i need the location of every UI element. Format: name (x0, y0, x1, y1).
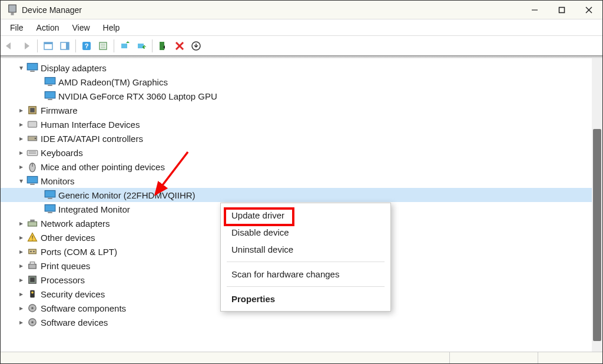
statusbar (1, 352, 602, 363)
chevron-right-icon[interactable]: ▸ (16, 148, 26, 157)
ctx-disable-device[interactable]: Disable device (221, 224, 390, 241)
chevron-right-icon[interactable]: ▸ (16, 247, 26, 256)
svg-rect-26 (45, 92, 55, 98)
uninstall-device-button[interactable] (171, 38, 188, 54)
back-button[interactable] (2, 38, 18, 54)
svg-rect-23 (30, 71, 35, 72)
svg-rect-39 (30, 184, 35, 185)
scan-hardware-button[interactable] (117, 38, 133, 54)
toolbar: ? (1, 36, 602, 56)
monitor-icon (44, 203, 56, 215)
svg-rect-24 (45, 78, 55, 84)
svg-rect-41 (48, 198, 52, 199)
menu-help[interactable]: Help (97, 21, 126, 35)
ctx-update-driver[interactable]: Update driver (221, 207, 390, 224)
svg-point-59 (31, 321, 34, 323)
category-keyboards[interactable]: ▸ Keyboards (1, 145, 592, 160)
close-button[interactable] (575, 1, 602, 19)
chevron-right-icon[interactable]: ▸ (16, 106, 26, 114)
monitor-icon (44, 189, 56, 201)
ctx-separator (227, 262, 385, 262)
properties-button[interactable] (95, 38, 111, 54)
chevron-right-icon[interactable]: ▸ (16, 276, 26, 284)
chevron-right-icon[interactable]: ▸ (16, 318, 26, 326)
gear-icon (26, 302, 38, 314)
svg-point-57 (31, 307, 34, 309)
chevron-right-icon[interactable]: ▸ (16, 163, 26, 171)
svg-text:?: ? (85, 42, 89, 49)
svg-rect-1 (11, 12, 14, 15)
svg-rect-50 (29, 264, 37, 269)
svg-rect-40 (45, 191, 55, 197)
svg-rect-3 (559, 7, 565, 12)
window-controls (521, 1, 602, 19)
svg-rect-43 (48, 212, 52, 213)
menu-file[interactable]: File (4, 21, 29, 35)
chevron-right-icon[interactable]: ▸ (16, 134, 26, 143)
device-manager-icon (6, 4, 18, 16)
network-icon (26, 217, 38, 229)
svg-rect-44 (28, 222, 37, 227)
add-legacy-hardware-button[interactable] (188, 38, 204, 54)
category-hid[interactable]: ▸ Human Interface Devices (1, 117, 592, 131)
menu-view[interactable]: View (66, 21, 95, 35)
svg-rect-30 (28, 121, 37, 127)
show-hide-console-button[interactable] (40, 38, 57, 54)
chevron-down-icon[interactable]: ▾ (16, 64, 26, 72)
chevron-down-icon[interactable]: ▾ (16, 177, 26, 185)
printer-icon (26, 260, 38, 272)
chevron-right-icon[interactable]: ▸ (16, 233, 26, 241)
chevron-right-icon[interactable]: ▸ (16, 262, 26, 270)
device-generic-monitor[interactable]: ▸ Generic Monitor (22FHDMVQIIHR) (1, 188, 592, 202)
update-driver-button[interactable] (133, 38, 150, 54)
storage-icon (26, 133, 38, 144)
hid-icon (26, 118, 38, 130)
ctx-scan-hardware[interactable]: Scan for hardware changes (221, 266, 390, 283)
svg-rect-51 (30, 262, 35, 264)
category-monitors[interactable]: ▾ Monitors (1, 174, 592, 188)
svg-rect-25 (48, 85, 52, 86)
scroll-thumb[interactable] (593, 129, 601, 341)
display-icon (26, 62, 38, 74)
category-firmware[interactable]: ▸ Firmware (1, 103, 592, 117)
cpu-icon (26, 274, 38, 286)
device-nvidia-rtx3060[interactable]: ▸ NVIDIA GeForce RTX 3060 Laptop GPU (1, 89, 592, 103)
toolbar-separator (75, 39, 76, 52)
svg-rect-7 (44, 42, 52, 44)
svg-point-48 (30, 251, 32, 253)
category-display-adapters[interactable]: ▾ Display adapters (1, 61, 592, 75)
device-amd-radeon[interactable]: ▸ AMD Radeon(TM) Graphics (1, 75, 592, 89)
forward-button[interactable] (18, 38, 35, 54)
ctx-properties[interactable]: Properties (221, 290, 390, 307)
minimize-button[interactable] (521, 1, 548, 19)
svg-text:!: ! (31, 234, 33, 241)
chevron-right-icon[interactable]: ▸ (16, 219, 26, 227)
maximize-button[interactable] (548, 1, 575, 19)
window-title: Device Manager (22, 5, 521, 15)
svg-rect-45 (30, 220, 35, 222)
ctx-uninstall-device[interactable]: Uninstall device (221, 241, 390, 258)
svg-rect-16 (121, 44, 127, 48)
category-software-devices[interactable]: ▸ Software devices (1, 315, 592, 329)
toolbar-separator (114, 39, 114, 52)
svg-rect-42 (45, 205, 55, 211)
svg-rect-9 (66, 42, 69, 49)
category-mice[interactable]: ▸ Mice and other pointing devices (1, 160, 592, 174)
help-button[interactable]: ? (78, 38, 95, 54)
menu-action[interactable]: Action (31, 21, 65, 35)
disable-device-button[interactable] (155, 38, 171, 54)
display-icon (44, 76, 56, 88)
category-ide[interactable]: ▸ IDE ATA/ATAPI controllers (1, 131, 592, 145)
ctx-separator (227, 286, 385, 287)
svg-rect-29 (30, 108, 35, 112)
svg-rect-53 (30, 277, 35, 282)
svg-rect-18 (160, 42, 164, 50)
toolbar-separator (152, 39, 153, 52)
show-hide-action-pane-button[interactable] (57, 38, 73, 54)
warning-icon: ! (26, 231, 38, 243)
chevron-right-icon[interactable]: ▸ (16, 120, 26, 128)
chevron-right-icon[interactable]: ▸ (16, 304, 26, 312)
vertical-scrollbar[interactable] (592, 58, 602, 352)
svg-point-32 (35, 138, 37, 140)
chevron-right-icon[interactable]: ▸ (16, 290, 26, 298)
